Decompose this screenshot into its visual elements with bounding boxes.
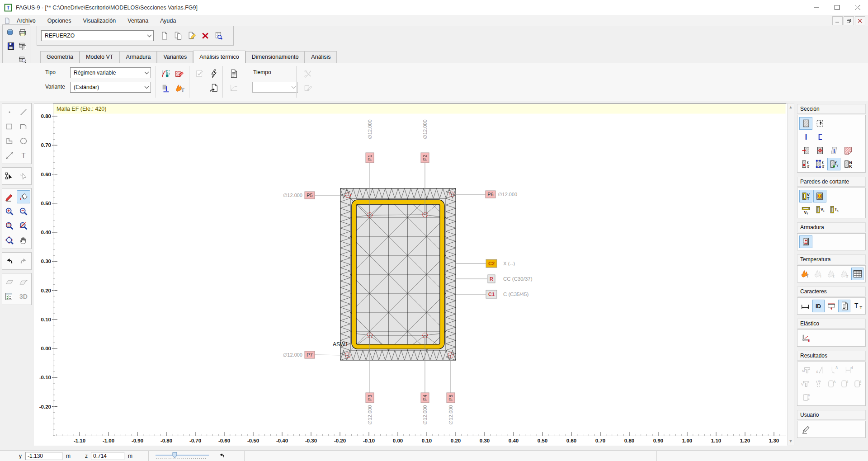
prof-i-button[interactable]: I	[799, 131, 812, 143]
page-curl-button[interactable]	[841, 144, 854, 157]
sec-cross-button[interactable]	[813, 144, 826, 157]
id-char-button[interactable]: ID	[812, 300, 825, 312]
eps-red-button[interactable]: εσ	[799, 158, 812, 170]
tab-analisis-termico[interactable]: Análisis térmico	[193, 51, 245, 63]
eps-blue-icon: εσ	[815, 159, 825, 169]
scroll-down-icon[interactable]: ▼	[788, 439, 793, 443]
scroll-up-icon[interactable]: ▲	[788, 105, 793, 109]
view-3d-button[interactable]: 3D	[17, 290, 30, 303]
zoom-extent-button[interactable]	[3, 234, 16, 247]
module-tabs: GeometríaModelo VTArmaduraVariantesAnáli…	[40, 51, 337, 63]
view-options-button[interactable]	[3, 290, 16, 303]
menu-visualizacion[interactable]: Visualización	[77, 16, 122, 25]
flame-col-button[interactable]: T	[799, 268, 811, 280]
thermal-curve-button[interactable]	[159, 67, 172, 80]
mdi-close-button[interactable]	[855, 16, 865, 25]
section-temperature-button[interactable]: I	[159, 81, 172, 94]
wall-vy-button[interactable]: Vy	[799, 203, 812, 216]
doc-char-button[interactable]	[838, 300, 850, 312]
svg-text:T: T	[820, 274, 822, 278]
wall-vz-button[interactable]: Vz	[813, 203, 826, 216]
mdi-restore-button[interactable]	[844, 16, 854, 25]
open-model-button[interactable]	[5, 27, 17, 38]
sec-skew-icon: I	[829, 146, 839, 155]
tab-armadura[interactable]: Armadura	[120, 51, 157, 63]
nk-sec-button[interactable]: NK	[841, 158, 854, 170]
wall-vt-button[interactable]: VT	[799, 190, 812, 202]
sec-dash-button[interactable]	[813, 117, 826, 130]
fill-tool-button[interactable]	[17, 190, 30, 203]
variante-combo[interactable]: (Estándar)	[70, 82, 151, 93]
close-button[interactable]	[847, 0, 868, 15]
svg-text:P7: P7	[307, 352, 312, 358]
zoom-window-button[interactable]	[3, 219, 16, 232]
user-pencil-button[interactable]	[799, 423, 812, 436]
run-analysis-button[interactable]	[207, 67, 220, 80]
sec-arrow-button[interactable]	[799, 144, 812, 157]
select-vertex-button[interactable]	[3, 169, 16, 183]
zoom-in-button[interactable]	[3, 205, 16, 218]
tab-variantes[interactable]: Variantes	[157, 51, 193, 63]
svg-text:T: T	[7, 5, 10, 10]
section-mesh-canvas[interactable]: Malla EF (Ele.: 420)0.800.700.600.500.40…	[34, 103, 787, 446]
tab-modelo-vt[interactable]: Modelo VT	[80, 51, 119, 63]
menu-ventana[interactable]: Ventana	[122, 16, 154, 25]
tab-geometria[interactable]: Geometría	[40, 51, 80, 63]
report-button[interactable]	[227, 67, 240, 80]
delete-item-button[interactable]	[199, 30, 212, 42]
zoom-slider[interactable]	[154, 451, 215, 461]
rebar-ico-button[interactable]	[799, 235, 812, 248]
copy-item-button[interactable]	[172, 30, 184, 42]
maximize-button[interactable]	[826, 0, 847, 15]
print-button[interactable]	[16, 27, 29, 38]
wall-u-button[interactable]: U	[813, 190, 826, 202]
dim-red-button[interactable]	[826, 300, 838, 312]
zoom-previous-button[interactable]	[17, 219, 30, 232]
save-button[interactable]	[5, 40, 17, 52]
zoom-extent-icon	[5, 235, 14, 245]
y-coordinate-field[interactable]: -1.130	[25, 452, 62, 460]
undo-button[interactable]	[3, 254, 16, 268]
edit-tool-button[interactable]	[3, 190, 16, 203]
search-item-button[interactable]	[212, 30, 225, 42]
sec-skew-button[interactable]: I	[827, 144, 840, 157]
zoom-out-button[interactable]	[17, 205, 30, 218]
edit-fire-section-button[interactable]	[173, 67, 186, 80]
prof-c-button[interactable]	[813, 131, 826, 143]
undo-view-button[interactable]	[218, 452, 226, 461]
menu-archivo[interactable]: Archivo	[11, 16, 42, 25]
edit-item-button[interactable]	[185, 30, 198, 42]
new-item-button[interactable]	[158, 30, 171, 42]
menu-opciones[interactable]: Opciones	[42, 16, 77, 25]
elastic-s-button[interactable]: s	[799, 332, 812, 344]
fire-curve-button[interactable]: T	[173, 81, 186, 94]
open-model-icon	[6, 28, 15, 37]
shear-wall-label[interactable]: ASW1	[333, 341, 348, 348]
tiempo-combo[interactable]	[252, 82, 298, 93]
svg-text:P4: P4	[422, 395, 428, 400]
tab-dimensionamiento[interactable]: Dimensionamiento	[245, 51, 305, 63]
svg-text:T: T	[21, 151, 26, 159]
dim-char-button[interactable]	[799, 300, 811, 312]
pan-tool-button[interactable]	[17, 234, 30, 247]
z-coordinate-field[interactable]: 0.714	[91, 452, 124, 460]
fe-mesh-section[interactable]	[340, 188, 456, 360]
eps-blue-button[interactable]: εσ	[813, 158, 826, 170]
svg-text:0.50: 0.50	[538, 438, 547, 443]
minimize-button[interactable]	[806, 0, 826, 15]
wall-tx-button[interactable]: Tx	[827, 203, 840, 216]
sec-hatch-button[interactable]	[799, 117, 812, 130]
tipo-combo[interactable]: Régimen variable	[70, 67, 151, 78]
drawing-canvas[interactable]: Malla EF (Ele.: 420)0.800.700.600.500.40…	[34, 103, 787, 446]
export-results-button[interactable]	[207, 81, 220, 94]
menu-ayuda[interactable]: Ayuda	[154, 16, 182, 25]
vertical-scrollbar[interactable]: ▲ ▼	[787, 103, 794, 445]
tt-char-button[interactable]: TT	[851, 300, 863, 312]
tab-analisis[interactable]: Análisis	[305, 51, 337, 63]
item-combo[interactable]: REFUERZO	[41, 30, 154, 41]
mdi-minimize-button[interactable]	[832, 16, 843, 25]
fy-sec-button[interactable]: fy	[827, 158, 840, 170]
temp-grid-button[interactable]	[851, 268, 863, 280]
print-preview-button[interactable]	[16, 40, 29, 52]
rect-tool-icon	[5, 122, 14, 132]
